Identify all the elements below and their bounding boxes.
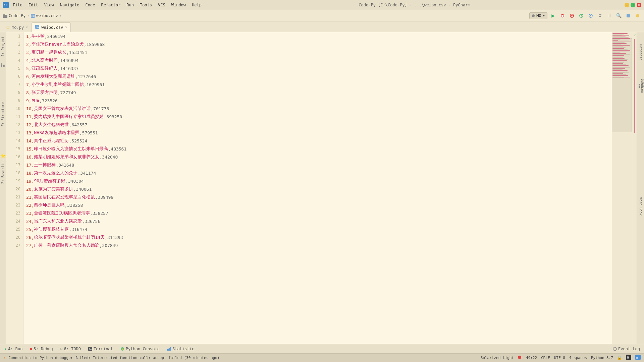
vertical-scrollbar[interactable]: ✓ <box>632 32 637 344</box>
svg-text:csv: csv <box>31 15 35 17</box>
code-line-17: 17,王一博眼神,341648 <box>26 161 609 169</box>
menu-refactor[interactable]: Refactor <box>98 2 123 8</box>
code-text-21: 英国居民在家发现罕见白化松鼠 <box>34 194 95 200</box>
code-line-9: 9,PUA,723526 <box>26 97 609 105</box>
tab-mo-py[interactable]: ⬡ mo.py × <box>3 22 32 32</box>
menu-view[interactable]: View <box>42 2 57 8</box>
profile-button[interactable] <box>587 12 594 19</box>
code-num-15: 15, <box>26 146 34 152</box>
code-num-14: 14, <box>26 138 34 143</box>
event-log-button[interactable]: i Event Log <box>610 347 643 351</box>
python-version-indicator[interactable]: Python 3.7 <box>591 356 613 360</box>
encoding-indicator[interactable]: UTF-8 <box>554 356 565 360</box>
code-line-16: 16,鲍某明姐姐称弟弟和女孩非养父女,342040 <box>26 153 609 161</box>
code-num-17: 17, <box>26 163 34 168</box>
svg-rect-12 <box>627 14 630 17</box>
tab-todo[interactable]: ☑ 6: TODO <box>57 345 84 353</box>
code-num-2: 2, <box>26 42 32 47</box>
menu-help[interactable]: Help <box>189 2 204 8</box>
debug-button[interactable] <box>568 12 576 19</box>
code-num-26: 26, <box>26 235 34 240</box>
structure-label[interactable]: Z: Structure <box>1 102 5 126</box>
search-button[interactable]: 🔍 <box>615 12 623 19</box>
line-col-indicator[interactable]: 49:22 <box>526 356 537 360</box>
menu-window[interactable]: Window <box>169 2 189 8</box>
wordbook-panel[interactable]: Word Book <box>637 196 644 217</box>
code-count-20: ,340061 <box>73 187 92 192</box>
tab-icon-py: ⬡ <box>6 25 10 29</box>
vcs-icon[interactable]: G <box>626 355 631 361</box>
line-ending-indicator[interactable]: CRLF <box>541 356 550 360</box>
code-line-25: 25,神仙樱花杨枝甘露,316474 <box>26 225 609 233</box>
run-config-dropdown[interactable]: MO ▾ <box>529 12 547 19</box>
extra-icon-1[interactable] <box>625 12 632 19</box>
menu-file[interactable]: File <box>10 2 25 8</box>
favorites-label[interactable]: 2: Favorites <box>1 160 5 184</box>
code-line-1: 1,牛林翰,2460194 <box>26 32 609 40</box>
favorites-icon[interactable]: ⭐ <box>0 153 6 158</box>
extra-icon-2[interactable] <box>634 12 641 19</box>
project-panel-label[interactable]: 1: Project <box>1 36 5 56</box>
menu-run[interactable]: Run <box>124 2 137 8</box>
error-indicator <box>518 356 522 360</box>
indent-indicator[interactable]: 4 spaces <box>569 356 587 360</box>
breadcrumb-file[interactable]: weibo.csv <box>36 13 58 18</box>
code-count-15: ,483561 <box>108 146 126 152</box>
run-button[interactable]: ▶ <box>549 12 557 19</box>
scroll-thumb[interactable] <box>634 39 635 133</box>
line-num-9: 9 <box>6 97 23 105</box>
code-count-18: ,341174 <box>77 171 96 176</box>
pause-button[interactable]: ⏸ <box>606 12 613 19</box>
theme-indicator[interactable]: Solarized Light <box>481 356 514 360</box>
menu-edit[interactable]: Edit <box>26 2 41 8</box>
menu-vcs[interactable]: VCS <box>155 2 168 8</box>
minimap[interactable] <box>612 32 632 344</box>
tab-close-weibo-csv[interactable]: × <box>65 25 67 29</box>
breadcrumb-folder-icon[interactable] <box>3 14 7 18</box>
menu-code[interactable]: Code <box>83 2 98 8</box>
line-num-4: 4 <box>6 56 23 64</box>
code-num-27: 27, <box>26 243 34 248</box>
minimize-button[interactable]: − <box>625 3 629 7</box>
tab-close-mo-py[interactable]: × <box>26 25 28 29</box>
app-logo: CP <box>3 2 9 8</box>
code-count-7: ,1079961 <box>84 82 105 87</box>
close-button[interactable]: × <box>637 3 641 7</box>
svg-rect-32 <box>170 347 171 351</box>
code-editor[interactable]: 1,牛林翰,2460194 2,李佳琦送never去当治愈犬,1859068 3… <box>23 32 612 344</box>
menu-navigate[interactable]: Navigate <box>57 2 82 8</box>
menu-tools[interactable]: Tools <box>137 2 155 8</box>
main-area: 1: Project Z: Structure ⭐ 2: Favorites 1… <box>0 32 644 344</box>
share-icon[interactable]: @ <box>635 355 641 361</box>
code-text-11: 委内瑞拉为中国医疗专家组成员授勋 <box>34 114 104 120</box>
stop-button[interactable] <box>559 12 566 19</box>
breadcrumb-project[interactable]: Code-Py <box>9 13 26 18</box>
tab-terminal[interactable]: Terminal <box>85 345 116 353</box>
tab-python-console[interactable]: 🐍 Python Console <box>117 345 163 353</box>
code-line-19: 19,90后带娃有多野,340304 <box>26 177 609 185</box>
code-count-12: ,642557 <box>69 122 87 127</box>
code-text-10: 英国女王首次发表复活节讲话 <box>34 106 91 112</box>
step-button[interactable] <box>596 12 604 19</box>
toolbar-right: MO ▾ ▶ ⏸ 🔍 <box>529 12 641 19</box>
code-text-4: 北京高考时间 <box>32 57 58 63</box>
code-line-14: 14,秦牛正威北漂经历,525524 <box>26 137 609 145</box>
code-count-25: ,316474 <box>69 227 87 232</box>
tab-statistic[interactable]: Statistic <box>164 345 198 353</box>
svg-rect-24 <box>639 86 640 88</box>
line-num-25: 25 <box>6 225 23 233</box>
maximize-button[interactable]: □ <box>631 3 635 7</box>
svg-point-4 <box>532 14 535 17</box>
code-line-10: 10,英国女王首次发表复活节讲话,701776 <box>26 105 609 113</box>
tab-weibo-csv[interactable]: csv weibo.csv × <box>32 22 71 32</box>
structure-panel-icon[interactable] <box>1 63 5 69</box>
wordbook-label: Word Book <box>639 197 643 216</box>
tab-run[interactable]: ▶ 4: Run <box>1 345 26 353</box>
coverage-button[interactable] <box>578 12 585 19</box>
sdkview-panel[interactable]: SdkView <box>637 76 644 96</box>
code-num-21: 21, <box>26 195 34 200</box>
database-panel[interactable]: Database <box>637 42 644 62</box>
tab-debug[interactable]: ● 5: Debug <box>26 345 56 353</box>
editor-scroll[interactable]: 1 2 3 4 5 6 7 8 9 10 11 12 13 14 15 16 1… <box>6 32 637 344</box>
code-num-13: 13, <box>26 130 34 135</box>
